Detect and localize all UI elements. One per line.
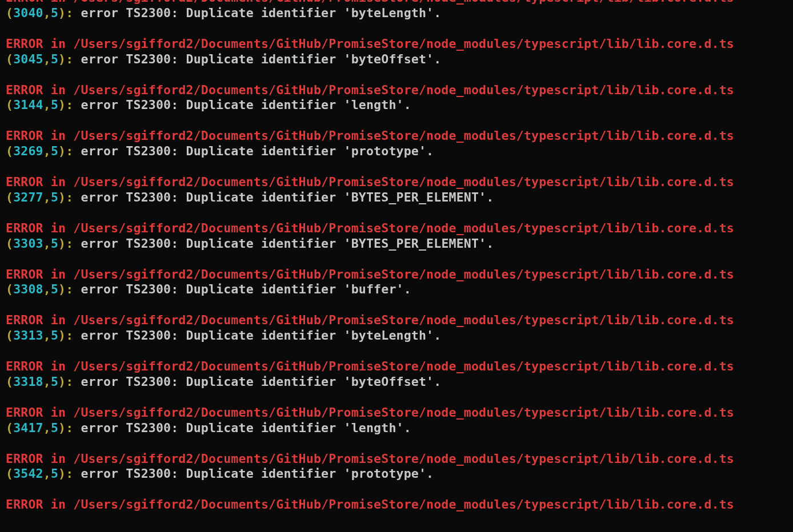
paren-close: ):	[58, 236, 73, 251]
column-number: 5	[51, 6, 58, 20]
error-entry: ERROR in /Users/sgifford2/Documents/GitH…	[6, 37, 787, 67]
error-message: error TS2300: Duplicate identifier 'byte…	[73, 328, 441, 342]
paren-close: ):	[58, 52, 73, 66]
line-number: 3417	[13, 421, 43, 435]
comma: ,	[43, 6, 51, 20]
paren-open: (	[6, 282, 13, 296]
error-header: ERROR in /Users/sgifford2/Documents/GitH…	[6, 0, 734, 5]
terminal-output[interactable]: ERROR in /Users/sgifford2/Documents/GitH…	[6, 0, 787, 513]
error-message: error TS2300: Duplicate identifier 'buff…	[73, 282, 411, 296]
paren-close: ):	[58, 374, 73, 389]
line-number: 3277	[13, 190, 43, 204]
paren-close: ):	[58, 6, 73, 20]
error-header: ERROR in /Users/sgifford2/Documents/GitH…	[6, 267, 734, 281]
column-number: 5	[51, 421, 58, 435]
paren-close: ):	[58, 190, 73, 204]
paren-close: ):	[58, 421, 73, 435]
paren-open: (	[6, 421, 13, 435]
line-number: 3045	[13, 52, 43, 66]
line-number: 3269	[13, 144, 43, 158]
paren-close: ):	[58, 282, 73, 296]
error-header: ERROR in /Users/sgifford2/Documents/GitH…	[6, 128, 734, 143]
error-message: error TS2300: Duplicate identifier 'leng…	[73, 421, 411, 435]
comma: ,	[43, 52, 51, 66]
error-entry-partial: ERROR in /Users/sgifford2/Documents/GitH…	[6, 497, 787, 513]
error-message: error TS2300: Duplicate identifier 'byte…	[73, 52, 441, 66]
paren-open: (	[6, 52, 13, 66]
error-header: ERROR in /Users/sgifford2/Documents/GitH…	[6, 359, 734, 373]
error-entry: ERROR in /Users/sgifford2/Documents/GitH…	[6, 267, 787, 298]
error-entry: ERROR in /Users/sgifford2/Documents/GitH…	[6, 83, 787, 114]
error-message: error TS2300: Duplicate identifier 'leng…	[73, 98, 411, 112]
error-entry: ERROR in /Users/sgifford2/Documents/GitH…	[6, 128, 787, 159]
column-number: 5	[51, 52, 58, 66]
line-number: 3144	[13, 98, 43, 112]
error-header: ERROR in /Users/sgifford2/Documents/GitH…	[6, 175, 734, 189]
line-number: 3303	[13, 236, 43, 251]
error-message: error TS2300: Duplicate identifier 'BYTE…	[73, 190, 494, 204]
error-entry: ERROR in /Users/sgifford2/Documents/GitH…	[6, 452, 787, 482]
line-number: 3318	[13, 374, 43, 389]
error-message: error TS2300: Duplicate identifier 'byte…	[73, 374, 441, 389]
line-number: 3542	[13, 466, 43, 481]
line-number: 3308	[13, 282, 43, 296]
column-number: 5	[51, 282, 58, 296]
error-message: error TS2300: Duplicate identifier 'prot…	[73, 144, 434, 158]
column-number: 5	[51, 98, 58, 112]
paren-open: (	[6, 236, 13, 251]
error-message: error TS2300: Duplicate identifier 'prot…	[73, 466, 434, 481]
error-header: ERROR in /Users/sgifford2/Documents/GitH…	[6, 452, 734, 466]
comma: ,	[43, 98, 51, 112]
error-header: ERROR in /Users/sgifford2/Documents/GitH…	[6, 221, 734, 235]
error-message: error TS2300: Duplicate identifier 'byte…	[73, 6, 441, 20]
paren-open: (	[6, 6, 13, 20]
error-entry: ERROR in /Users/sgifford2/Documents/GitH…	[6, 175, 787, 205]
paren-open: (	[6, 98, 13, 112]
comma: ,	[43, 466, 51, 481]
error-header: ERROR in /Users/sgifford2/Documents/GitH…	[6, 497, 734, 511]
error-entry: ERROR in /Users/sgifford2/Documents/GitH…	[6, 221, 787, 252]
paren-close: ):	[58, 466, 73, 481]
paren-open: (	[6, 328, 13, 342]
error-entry: ERROR in /Users/sgifford2/Documents/GitH…	[6, 0, 787, 21]
error-header: ERROR in /Users/sgifford2/Documents/GitH…	[6, 405, 734, 420]
comma: ,	[43, 236, 51, 251]
paren-open: (	[6, 374, 13, 389]
column-number: 5	[51, 144, 58, 158]
error-message: error TS2300: Duplicate identifier 'BYTE…	[73, 236, 494, 251]
error-header: ERROR in /Users/sgifford2/Documents/GitH…	[6, 37, 734, 51]
paren-close: ):	[58, 144, 73, 158]
comma: ,	[43, 421, 51, 435]
comma: ,	[43, 144, 51, 158]
column-number: 5	[51, 190, 58, 204]
paren-open: (	[6, 144, 13, 158]
paren-close: ):	[58, 98, 73, 112]
column-number: 5	[51, 236, 58, 251]
column-number: 5	[51, 328, 58, 342]
column-number: 5	[51, 466, 58, 481]
comma: ,	[43, 374, 51, 389]
comma: ,	[43, 190, 51, 204]
column-number: 5	[51, 374, 58, 389]
comma: ,	[43, 328, 51, 342]
error-header: ERROR in /Users/sgifford2/Documents/GitH…	[6, 313, 734, 327]
comma: ,	[43, 282, 51, 296]
error-header: ERROR in /Users/sgifford2/Documents/GitH…	[6, 83, 734, 97]
error-entry: ERROR in /Users/sgifford2/Documents/GitH…	[6, 313, 787, 344]
paren-open: (	[6, 466, 13, 481]
paren-close: ):	[58, 328, 73, 342]
paren-open: (	[6, 190, 13, 204]
line-number: 3040	[13, 6, 43, 20]
line-number: 3313	[13, 328, 43, 342]
error-entry: ERROR in /Users/sgifford2/Documents/GitH…	[6, 359, 787, 390]
error-entry: ERROR in /Users/sgifford2/Documents/GitH…	[6, 405, 787, 436]
